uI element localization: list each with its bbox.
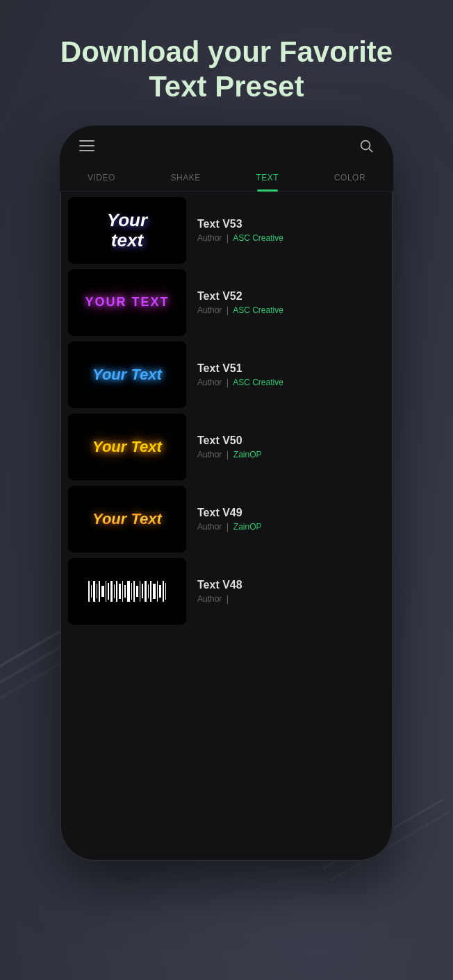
- preset-thumbnail-v51: Your Text: [68, 341, 186, 408]
- preset-author: Author | ZainOP: [197, 522, 385, 532]
- preset-name: Text V48: [197, 579, 385, 591]
- list-item[interactable]: Your Text Text V49 Author | ZainOP: [68, 486, 385, 552]
- headline-block: Download your Favorite Text Preset: [33, 0, 420, 126]
- phone-mockup: VIDEO SHAKE TEXT COLOR Yourtext Text V53…: [60, 126, 393, 861]
- list-item[interactable]: Text V48 Author |: [68, 558, 385, 625]
- preset-thumbnail-v52: YOUR TEXT: [68, 269, 186, 336]
- preset-author: Author |: [197, 594, 385, 604]
- preset-info: Text V48 Author |: [197, 579, 385, 604]
- headline-text: Download your Favorite Text Preset: [60, 35, 393, 105]
- preset-name: Text V53: [197, 218, 385, 230]
- preset-info: Text V53 Author | ASC Creative: [197, 218, 385, 243]
- phone-header: [60, 126, 393, 162]
- barcode-graphic: [88, 581, 166, 602]
- list-item[interactable]: Your Text Text V50 Author | ZainOP: [68, 414, 385, 480]
- preset-thumbnail-v50: Your Text: [68, 414, 186, 480]
- preset-author: Author | ASC Creative: [197, 233, 385, 243]
- preset-thumbnail-v49: Your Text: [68, 486, 186, 552]
- thumbnail-text: Your Text: [92, 366, 162, 384]
- preset-name: Text V51: [197, 362, 385, 375]
- search-icon[interactable]: [359, 138, 374, 153]
- preset-thumbnail-v53: Yourtext: [68, 197, 186, 264]
- list-item[interactable]: Yourtext Text V53 Author | ASC Creative: [68, 197, 385, 264]
- preset-name: Text V49: [197, 507, 385, 519]
- tab-color[interactable]: COLOR: [323, 167, 377, 191]
- thumbnail-text: YOUR TEXT: [85, 295, 169, 310]
- preset-author: Author | ZainOP: [197, 450, 385, 459]
- svg-point-0: [361, 140, 370, 149]
- list-item[interactable]: Your Text Text V51 Author | ASC Creative: [68, 341, 385, 408]
- tab-bar: VIDEO SHAKE TEXT COLOR: [60, 162, 393, 192]
- preset-list: Yourtext Text V53 Author | ASC Creative …: [60, 192, 393, 861]
- preset-info: Text V50 Author | ZainOP: [197, 434, 385, 459]
- preset-author: Author | ASC Creative: [197, 305, 385, 315]
- svg-line-1: [369, 149, 372, 152]
- preset-thumbnail-v48: [68, 558, 186, 625]
- preset-info: Text V52 Author | ASC Creative: [197, 290, 385, 315]
- preset-author: Author | ASC Creative: [197, 378, 385, 387]
- thumbnail-text: Yourtext: [107, 210, 147, 250]
- preset-info: Text V51 Author | ASC Creative: [197, 362, 385, 387]
- tab-text[interactable]: TEXT: [245, 167, 290, 191]
- preset-name: Text V52: [197, 290, 385, 303]
- list-item[interactable]: YOUR TEXT Text V52 Author | ASC Creative: [68, 269, 385, 336]
- tab-video[interactable]: VIDEO: [76, 167, 126, 191]
- thumbnail-text: Your Text: [92, 438, 162, 456]
- preset-info: Text V49 Author | ZainOP: [197, 507, 385, 532]
- tab-shake[interactable]: SHAKE: [159, 167, 211, 191]
- thumbnail-text: Your Text: [92, 510, 162, 528]
- menu-icon[interactable]: [79, 140, 94, 151]
- preset-name: Text V50: [197, 434, 385, 447]
